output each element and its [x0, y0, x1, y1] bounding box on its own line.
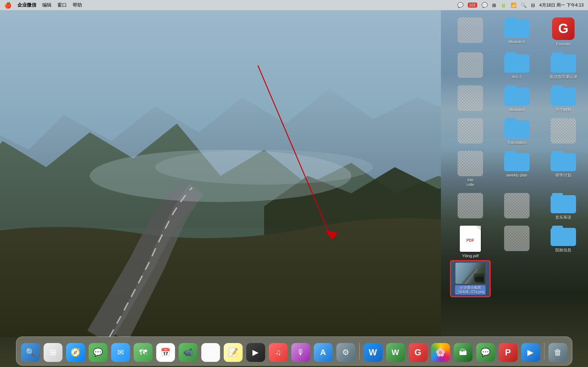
blurred-icon-2[interactable] — [449, 49, 492, 79]
translation-label: Translation — [507, 140, 527, 145]
mianshi-folder[interactable]: 面试指导课记录 — [542, 49, 585, 79]
dock-safari[interactable]: 🧭 — [65, 342, 86, 363]
dock-separator — [359, 343, 360, 359]
splitview-icon[interactable]: ⊞ — [492, 3, 496, 8]
blurred-icon-4[interactable] — [449, 115, 492, 145]
yanxue-folder[interactable]: 研学计划 — [542, 148, 585, 187]
module4-label: Module4 — [509, 107, 524, 112]
dock-ppt[interactable]: P — [498, 342, 519, 363]
svg-rect-0 — [0, 10, 441, 337]
ile12-label: ile1-2 — [512, 74, 522, 79]
blurred-icon-6[interactable] — [449, 190, 492, 220]
dock-photos[interactable]: 🌸 — [430, 342, 451, 363]
yuanxiao-label: 院校信息 — [555, 247, 571, 253]
edit-menu[interactable]: 编辑 — [42, 2, 52, 8]
screenshot-label: 企业微信截图_564bff...07a.png — [455, 285, 486, 295]
blurred-icon-7[interactable] — [495, 190, 539, 220]
dock-finder[interactable]: 🔍 — [20, 342, 41, 363]
yinyue-label: 音乐英语 — [555, 215, 571, 220]
menubar-right: 💬 101 💬 ⊞ 🔋 📶 🔍 ⊟ 4月18日 周一 下午4:13 — [457, 2, 584, 8]
svg-marker-5 — [325, 231, 338, 240]
menubar: 🍎 企业微信 编辑 窗口 帮助 💬 101 💬 ⊞ 🔋 📶 🔍 ⊟ 4月18日 … — [0, 0, 588, 10]
module6-folder[interactable]: Module 6 — [495, 15, 539, 47]
dock-maps[interactable]: 🗺 — [133, 342, 154, 363]
dock-messages[interactable]: 💬 — [88, 342, 109, 363]
module6-label: Module 6 — [508, 39, 525, 44]
blurred-icon-8[interactable] — [495, 223, 539, 297]
inte-colle-icon[interactable]: Intecolle — [449, 148, 492, 187]
shengxue-label: 升学材料 — [555, 107, 571, 112]
dock-quicktime[interactable]: ▶ — [520, 342, 541, 363]
yiting-label: Yiting.pdf — [462, 253, 478, 258]
blurred-icon-3[interactable] — [449, 82, 492, 112]
module4-folder[interactable]: Module4 — [495, 82, 539, 112]
menubar-left: 🍎 企业微信 编辑 窗口 帮助 — [4, 2, 82, 9]
dock-trash[interactable]: 🗑 — [547, 342, 568, 363]
apple-menu[interactable]: 🍎 — [4, 2, 12, 9]
weeklyplan-folder[interactable]: weekly plan — [495, 148, 539, 187]
svg-point-2 — [155, 150, 373, 185]
dock-notes[interactable]: 📝 — [223, 342, 244, 363]
mianshi-label: 面试指导课记录 — [550, 74, 577, 79]
shengxue-folder[interactable]: 升学材料 — [542, 82, 585, 112]
dock-tv[interactable]: ▶ — [245, 342, 266, 363]
control-center-icon[interactable]: ⊟ — [531, 3, 535, 8]
foxmail-label: Foxman — [556, 41, 571, 47]
blurred-icon-1[interactable] — [449, 15, 492, 47]
dock-appstore[interactable]: A — [313, 342, 334, 363]
datetime-display: 4月18日 周一 下午4:13 — [539, 2, 584, 8]
yiting-pdf-icon[interactable]: PDF Yiting.pdf — [449, 223, 492, 258]
dock-podcast[interactable]: 🎙 — [290, 342, 311, 363]
red-arrow — [225, 58, 352, 247]
screenshot-file-icon[interactable]: 企业微信截图_564bff...07a.png — [450, 260, 491, 297]
battery-icon[interactable]: 🔋 — [500, 3, 506, 8]
dock-wechat[interactable]: 💬 — [475, 342, 496, 363]
search-icon[interactable]: 🔍 — [521, 3, 527, 8]
dock-systemprefs[interactable]: ⚙ — [335, 342, 356, 363]
messages-status-icon[interactable]: 💬 — [482, 2, 488, 8]
desktop-icons-area: Module 6 G Foxman ile1-2 — [432, 12, 588, 297]
svg-point-1 — [90, 150, 351, 202]
dock-wework[interactable]: W — [385, 342, 406, 363]
dock: 🔍 ⊞ 🧭 💬 ✉ 🗺 — [16, 336, 572, 366]
wechat-status-icon[interactable]: 💬 — [457, 2, 463, 8]
foxmail-icon[interactable]: G Foxman — [542, 15, 585, 47]
dock-calendar[interactable]: 📅 — [155, 342, 176, 363]
blurred-icon-5[interactable] — [542, 115, 585, 145]
help-menu[interactable]: 帮助 — [73, 2, 82, 8]
yinyue-folder[interactable]: 音乐英语 — [542, 190, 585, 220]
wifi-icon[interactable]: 📶 — [511, 3, 516, 8]
svg-line-4 — [258, 65, 331, 236]
dock-separator-2 — [544, 343, 544, 359]
dock-facetime[interactable]: 📹 — [178, 342, 199, 363]
dock-mango[interactable]: 🏔 — [453, 342, 474, 363]
weeklyplan-label: weekly plan — [506, 173, 527, 178]
dock-launchpad[interactable]: ⊞ — [42, 342, 64, 363]
window-menu[interactable]: 窗口 — [57, 2, 67, 8]
yuanxiao-folder[interactable]: 院校信息 — [542, 223, 585, 297]
grammarly-status-icon[interactable]: 101 — [468, 3, 477, 8]
app-name-menu[interactable]: 企业微信 — [17, 2, 36, 8]
svg-rect-3 — [474, 274, 484, 281]
ile12-folder[interactable]: ile1-2 — [495, 49, 539, 79]
dock-word[interactable]: W — [362, 342, 384, 363]
dock-grammarly[interactable]: G — [407, 342, 429, 363]
yanxue-label: 研学计划 — [555, 173, 571, 178]
translation-folder[interactable]: Translation — [495, 115, 539, 145]
dock-mail[interactable]: ✉ — [110, 342, 131, 363]
dock-music[interactable]: ♫ — [268, 342, 289, 363]
desktop: 🍎 企业微信 编辑 窗口 帮助 💬 101 💬 ⊞ 🔋 📶 🔍 ⊟ 4月18日 … — [0, 0, 588, 367]
dock-reminders[interactable]: ☑ — [200, 342, 221, 363]
